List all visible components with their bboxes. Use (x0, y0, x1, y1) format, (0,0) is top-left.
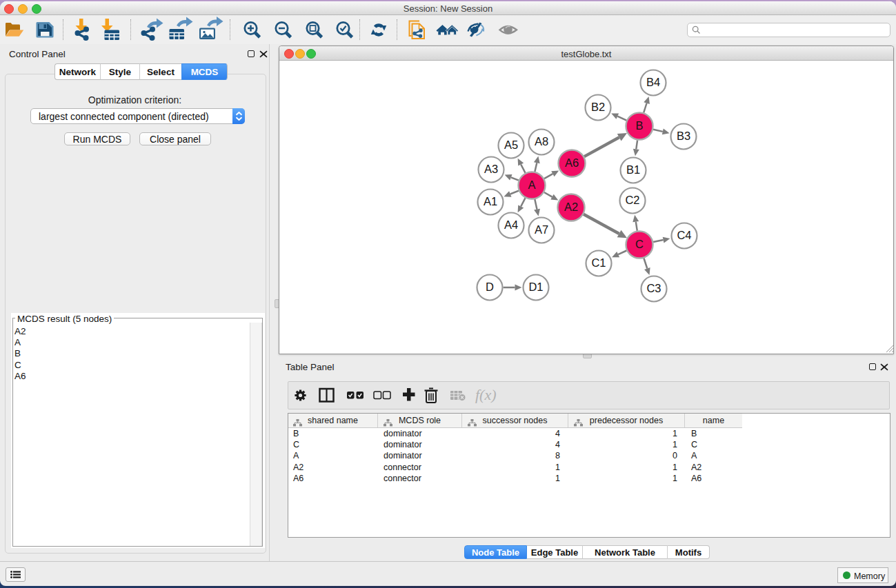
svg-text:A7: A7 (535, 223, 548, 236)
svg-text:A8: A8 (535, 135, 548, 148)
svg-text:B: B (635, 119, 643, 132)
svg-text:C: C (635, 238, 644, 250)
svg-text:C2: C2 (625, 194, 639, 206)
svg-text:C4: C4 (677, 229, 691, 241)
svg-text:A5: A5 (504, 139, 518, 151)
svg-text:C1: C1 (591, 256, 606, 269)
svg-text:A4: A4 (504, 219, 518, 231)
svg-text:B3: B3 (677, 130, 690, 142)
svg-text:B1: B1 (626, 163, 640, 176)
svg-text:D1: D1 (528, 281, 543, 293)
svg-text:D: D (486, 281, 494, 293)
svg-text:A3: A3 (484, 163, 498, 175)
svg-text:A1: A1 (484, 195, 497, 207)
svg-text:A: A (528, 179, 535, 191)
svg-text:B4: B4 (646, 76, 660, 88)
svg-text:B2: B2 (591, 101, 605, 113)
svg-text:A2: A2 (564, 201, 578, 213)
svg-text:f(x): f(x) (475, 386, 497, 403)
svg-text:A6: A6 (565, 156, 579, 169)
svg-text:C3: C3 (646, 282, 661, 294)
